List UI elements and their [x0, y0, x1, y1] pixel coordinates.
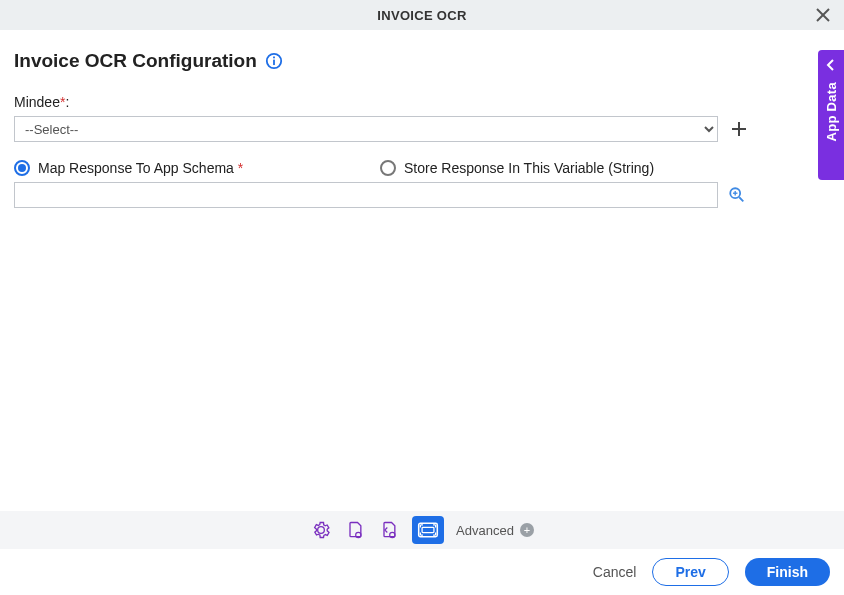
footer-bar: Cancel Prev Finish [0, 549, 844, 595]
radio-store-variable-label: Store Response In This Variable (String) [404, 160, 654, 176]
svg-line-8 [739, 197, 743, 201]
page-title-row: Invoice OCR Configuration [14, 50, 830, 72]
radio-store-variable-input[interactable] [380, 160, 396, 176]
gear-icon [311, 520, 331, 540]
radio-map-response-label: Map Response To App Schema * [38, 160, 243, 176]
title-bar: INVOICE OCR [0, 0, 844, 30]
step-ocr-button[interactable] [412, 516, 444, 544]
schema-lookup-button[interactable] [728, 186, 746, 204]
page-title: Invoice OCR Configuration [14, 50, 257, 72]
prev-button[interactable]: Prev [652, 558, 728, 586]
finish-button[interactable]: Finish [745, 558, 830, 586]
step-export-button[interactable] [378, 519, 400, 541]
svg-rect-3 [273, 60, 275, 65]
radio-store-variable[interactable]: Store Response In This Variable (String) [380, 160, 830, 176]
svg-rect-14 [422, 527, 434, 532]
plus-icon [730, 120, 748, 138]
close-icon [816, 8, 830, 22]
advanced-label: Advanced [456, 523, 514, 538]
mindee-label: Mindee*: [14, 94, 69, 110]
ocr-icon [417, 521, 439, 539]
svg-rect-4 [273, 57, 275, 59]
window-title: INVOICE OCR [377, 8, 466, 23]
info-icon[interactable] [265, 52, 283, 70]
magnifier-icon [728, 186, 746, 204]
step-document-button[interactable] [344, 519, 366, 541]
step-toolbar: Advanced + [0, 511, 844, 549]
plus-circle-icon: + [520, 523, 534, 537]
radio-map-response-input[interactable] [14, 160, 30, 176]
mindee-field: Mindee*: --Select-- [14, 94, 830, 142]
mapping-row [14, 182, 830, 208]
app-data-label: App Data [824, 82, 839, 141]
document-arrow-icon [379, 520, 399, 540]
config-panel: Invoice OCR Configuration Mindee*: --Sel… [0, 30, 844, 208]
mindee-select[interactable]: --Select-- [14, 116, 718, 142]
cancel-button[interactable]: Cancel [593, 564, 637, 580]
document-gear-icon [345, 520, 365, 540]
add-connection-button[interactable] [728, 118, 750, 140]
step-settings-button[interactable] [310, 519, 332, 541]
advanced-toggle[interactable]: Advanced + [456, 523, 534, 538]
close-button[interactable] [812, 4, 834, 26]
app-data-side-tab[interactable]: App Data [818, 50, 844, 180]
chevron-left-icon [825, 58, 837, 74]
response-handling-radio-group: Map Response To App Schema * Store Respo… [14, 160, 830, 176]
schema-mapping-input[interactable] [14, 182, 718, 208]
radio-map-response[interactable]: Map Response To App Schema * [14, 160, 370, 176]
